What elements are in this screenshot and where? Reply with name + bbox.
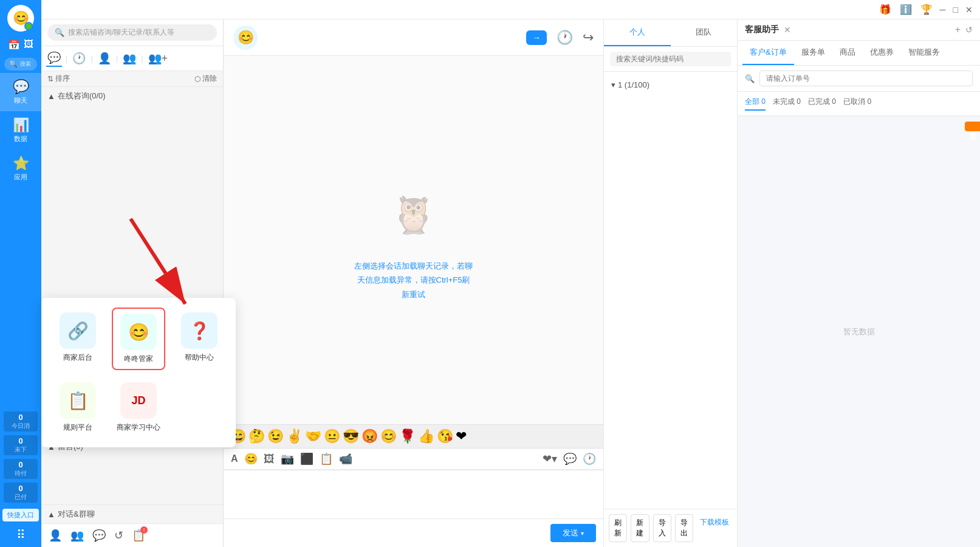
table-btn[interactable]: ⬛ [300,452,314,466]
tab-contacts[interactable]: 👤 [97,50,112,66]
contacts-panel: 个人 团队 ▾ 1 (1/100) 刷新 新建 导入 导出 [603,19,737,547]
emoji-kiss[interactable]: 😘 [437,428,453,444]
send-button[interactable]: 发送 ▾ [550,524,596,542]
online-section[interactable]: ▲ 在线咨询(0/0) [41,87,223,105]
crm-close-btn[interactable]: ✕ [784,25,791,35]
history-action-btn[interactable]: 🕐 [557,30,573,46]
app-merchant[interactable]: 🔗 商家后台 [51,308,105,370]
text-btn[interactable]: A [231,453,238,464]
emoji-angry[interactable]: 😡 [362,428,378,444]
template-btn[interactable]: 📋 [320,452,333,466]
clipboard-icon[interactable]: 📋! [132,529,145,542]
apps-grid-icon[interactable]: ⠿ [16,528,26,542]
minimize-btn[interactable]: ─ [940,5,946,15]
tab-team[interactable]: 团队 [671,19,738,46]
app-learning[interactable]: JD 商家学习中心 [112,377,165,438]
chat-btn[interactable]: 💬 [563,452,577,466]
contacts-group-header[interactable]: ▾ 1 (1/100) [604,77,737,93]
emoji-smile[interactable]: 😊 [380,428,397,444]
filter-all[interactable]: 全部 0 [745,97,766,111]
avatar[interactable]: 😊 [7,5,34,32]
emoji-handshake[interactable]: 🤝 [305,428,321,444]
user-icon[interactable]: 👤 [49,529,62,542]
main-chat-area: 😊 → 🕐 ↪ 🦉 左侧选择会话加载聊天记录，若聊 天信息加载异常，请按Ctrl… [224,19,603,547]
emoji-cool[interactable]: 😎 [343,428,359,444]
send-dropdown-arrow[interactable]: ▾ [581,530,584,537]
crm-tab-service[interactable]: 服务单 [794,41,832,65]
sidebar-item-apps[interactable]: ⭐ 应用 [0,150,41,188]
import-button[interactable]: 导入 [653,514,671,542]
export-button[interactable]: 导出 [675,514,693,542]
filter-cancelled[interactable]: 已取消 0 [843,97,871,111]
quick-entry-btn[interactable]: 快捷入口 [2,509,39,521]
order-search-input[interactable] [759,71,973,86]
app-help[interactable]: ❓ 帮助中心 [173,308,226,370]
rotate-icon[interactable]: ↺ [114,529,123,542]
search-bar[interactable]: 🔍 搜索店铺咨询/聊天记录/联系人等 [47,24,217,41]
chat-toolbar: ⇅ 排序 ⬡ 清除 [41,71,223,87]
contacts-actions: 刷新 新建 导入 导出 下载模板 [604,509,737,547]
sidebar-top-icons: 📅 🖼 [8,39,33,50]
crm-add-btn[interactable]: + [955,24,961,35]
crm-header: 客服助手 ✕ + ↺ [738,19,980,41]
crm-tab-coupons[interactable]: 优惠券 [863,41,901,65]
contacts-search-input[interactable] [610,52,731,66]
gift-icon[interactable]: 🎁 [879,4,891,15]
crm-order-filter: 🔍 [738,66,980,92]
app-dingding[interactable]: 😊 咚咚管家 [112,308,165,370]
counter-pending: 0 待付 [4,459,38,479]
download-template-link[interactable]: 下载模板 [697,514,732,542]
crm-tab-orders[interactable]: 客户&订单 [742,41,794,65]
trophy-icon[interactable]: 🏆 [920,4,933,15]
video-btn[interactable]: 📹 [339,452,352,466]
sort-button[interactable]: ⇅ 排序 [47,74,70,84]
tab-groups[interactable]: 👥 [122,50,137,66]
emoji-peace[interactable]: ✌ [286,428,303,444]
sidebar-item-chat[interactable]: 💬 聊天 [0,73,41,111]
empty-text: 左侧选择会话加载聊天记录，若聊 天信息加载异常，请按Ctrl+F5刷 新重试 [354,259,473,301]
forward-action-btn[interactable]: ↪ [583,30,594,46]
counter-today: 0 今日消 [4,411,38,432]
new-button[interactable]: 新建 [631,514,649,542]
help-icon: ❓ [181,312,218,349]
send-action-btn[interactable]: → [526,30,547,45]
clock-btn[interactable]: 🕐 [583,452,596,466]
calendar-icon[interactable]: 📅 [8,39,20,50]
chat-list-header: 🔍 搜索店铺咨询/聊天记录/联系人等 [41,19,223,46]
sidebar-item-data[interactable]: 📊 数据 [0,111,41,150]
emoji-think[interactable]: 🤔 [248,428,265,444]
filter-incomplete[interactable]: 未完成 0 [773,97,801,111]
chat-bubble-icon[interactable]: 💬 [92,529,106,542]
maximize-btn[interactable]: □ [953,5,958,15]
favorite-btn[interactable]: ❤▾ [543,452,557,466]
tab-chat[interactable]: 💬 [46,50,62,67]
dialog-section[interactable]: ▲ 对话&群聊 [41,504,223,523]
crm-refresh-btn[interactable]: ↺ [965,25,973,35]
tab-personal[interactable]: 个人 [604,19,671,46]
tab-history[interactable]: 🕐 [71,50,87,66]
info-icon[interactable]: ℹ️ [900,4,912,15]
crm-tab-products[interactable]: 商品 [832,41,863,65]
emoji-bar: 😄 🤔 😉 ✌ 🤝 😐 😎 😡 😊 🌹 👍 😘 ❤ [224,424,603,449]
crm-panel: 客服助手 ✕ + ↺ 客户&订单 服务单 商品 优惠券 智能服务 🔍 [737,19,980,547]
emoji-neutral[interactable]: 😐 [324,428,340,444]
emoji-thumbup[interactable]: 👍 [418,428,434,444]
filter-complete[interactable]: 已完成 0 [808,97,836,111]
clear-button[interactable]: ⬡ 清除 [194,74,217,84]
sidebar-search[interactable]: 🔍 搜索 [4,58,37,71]
chat-input-area[interactable] [224,470,603,518]
feedback-tab[interactable]: 反馈 [965,122,980,131]
crm-tab-ai[interactable]: 智能服务 [901,41,947,65]
emoji-rose[interactable]: 🌹 [399,428,416,444]
users-icon[interactable]: 👥 [70,529,84,542]
image-btn[interactable]: 🖼 [264,453,275,466]
emoji-btn[interactable]: 😊 [244,452,258,466]
refresh-button[interactable]: 刷新 [609,514,627,542]
close-btn[interactable]: ✕ [965,5,973,15]
image-icon[interactable]: 🖼 [24,39,33,50]
screenshot-btn[interactable]: 📷 [281,452,294,466]
emoji-heart[interactable]: ❤ [456,428,467,444]
tab-team[interactable]: 👥+ [147,50,170,66]
app-rules[interactable]: 📋 规则平台 [51,377,105,438]
emoji-wink[interactable]: 😉 [267,428,284,444]
